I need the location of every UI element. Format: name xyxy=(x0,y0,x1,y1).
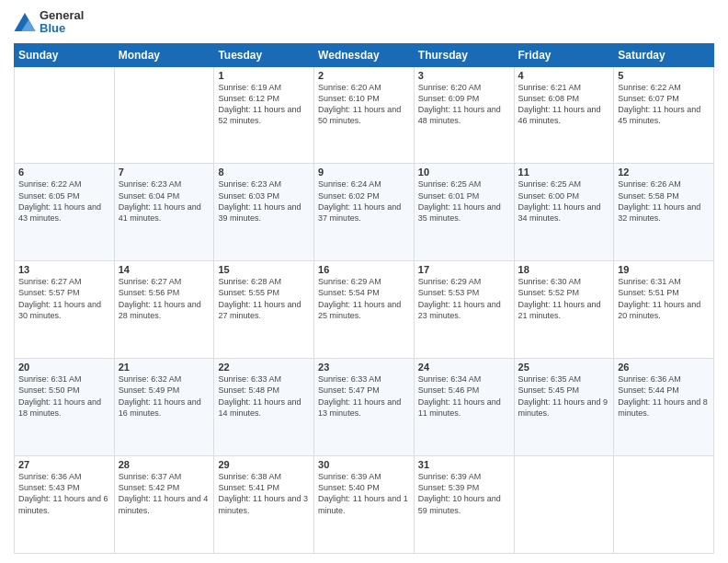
day-info: Sunrise: 6:33 AM Sunset: 5:48 PM Dayligh… xyxy=(218,373,310,419)
day-info: Sunrise: 6:19 AM Sunset: 6:12 PM Dayligh… xyxy=(218,82,310,127)
day-number: 6 xyxy=(18,167,110,178)
day-cell: 23Sunrise: 6:33 AM Sunset: 5:47 PM Dayli… xyxy=(314,359,415,456)
day-info: Sunrise: 6:37 AM Sunset: 5:42 PM Dayligh… xyxy=(119,471,210,516)
day-info: Sunrise: 6:36 AM Sunset: 5:43 PM Dayligh… xyxy=(18,471,110,516)
day-number: 24 xyxy=(418,362,510,373)
day-cell xyxy=(114,66,214,164)
day-info: Sunrise: 6:34 AM Sunset: 5:46 PM Dayligh… xyxy=(418,373,510,419)
day-info: Sunrise: 6:20 AM Sunset: 6:09 PM Dayligh… xyxy=(418,82,510,127)
header-tuesday: Tuesday xyxy=(214,43,314,66)
day-cell: 20Sunrise: 6:31 AM Sunset: 5:50 PM Dayli… xyxy=(15,359,115,456)
day-cell: 2Sunrise: 6:20 AM Sunset: 6:10 PM Daylig… xyxy=(314,66,415,164)
day-number: 23 xyxy=(318,362,410,373)
day-cell: 10Sunrise: 6:25 AM Sunset: 6:01 PM Dayli… xyxy=(414,164,514,261)
day-info: Sunrise: 6:23 AM Sunset: 6:03 PM Dayligh… xyxy=(218,178,310,224)
day-info: Sunrise: 6:28 AM Sunset: 5:55 PM Dayligh… xyxy=(218,276,310,321)
day-number: 12 xyxy=(618,167,710,178)
day-number: 20 xyxy=(18,362,110,373)
day-number: 2 xyxy=(318,70,410,81)
header-sunday: Sunday xyxy=(15,43,115,66)
day-number: 18 xyxy=(518,264,610,275)
day-number: 9 xyxy=(318,167,410,178)
day-cell xyxy=(15,66,115,164)
day-cell: 19Sunrise: 6:31 AM Sunset: 5:51 PM Dayli… xyxy=(614,261,714,359)
header-friday: Friday xyxy=(514,43,614,66)
week-row-1: 1Sunrise: 6:19 AM Sunset: 6:12 PM Daylig… xyxy=(15,66,714,164)
day-cell: 25Sunrise: 6:35 AM Sunset: 5:45 PM Dayli… xyxy=(514,359,614,456)
day-number: 4 xyxy=(518,70,610,81)
day-number: 14 xyxy=(119,264,210,275)
day-number: 15 xyxy=(218,264,310,275)
logo: General Blue xyxy=(14,9,84,36)
day-number: 13 xyxy=(18,264,110,275)
day-info: Sunrise: 6:22 AM Sunset: 6:05 PM Dayligh… xyxy=(18,178,110,224)
day-cell: 9Sunrise: 6:24 AM Sunset: 6:02 PM Daylig… xyxy=(314,164,415,261)
day-cell: 15Sunrise: 6:28 AM Sunset: 5:55 PM Dayli… xyxy=(214,261,314,359)
day-cell: 17Sunrise: 6:29 AM Sunset: 5:53 PM Dayli… xyxy=(414,261,514,359)
day-number: 5 xyxy=(618,70,710,81)
day-info: Sunrise: 6:27 AM Sunset: 5:56 PM Dayligh… xyxy=(119,276,210,321)
day-number: 29 xyxy=(218,459,310,470)
header-thursday: Thursday xyxy=(414,43,514,66)
day-info: Sunrise: 6:31 AM Sunset: 5:51 PM Dayligh… xyxy=(618,276,710,321)
day-cell: 11Sunrise: 6:25 AM Sunset: 6:00 PM Dayli… xyxy=(514,164,614,261)
day-cell: 21Sunrise: 6:32 AM Sunset: 5:49 PM Dayli… xyxy=(114,359,214,456)
week-row-4: 20Sunrise: 6:31 AM Sunset: 5:50 PM Dayli… xyxy=(15,359,714,456)
page: General Blue SundayMondayTuesdayWednesda… xyxy=(0,0,728,563)
day-number: 31 xyxy=(418,459,510,470)
day-number: 11 xyxy=(518,167,610,178)
day-cell: 4Sunrise: 6:21 AM Sunset: 6:08 PM Daylig… xyxy=(514,66,614,164)
header-saturday: Saturday xyxy=(614,43,714,66)
day-info: Sunrise: 6:27 AM Sunset: 5:57 PM Dayligh… xyxy=(18,276,110,321)
day-number: 26 xyxy=(618,362,710,373)
day-number: 30 xyxy=(318,459,410,470)
day-info: Sunrise: 6:23 AM Sunset: 6:04 PM Dayligh… xyxy=(119,178,210,224)
week-row-2: 6Sunrise: 6:22 AM Sunset: 6:05 PM Daylig… xyxy=(15,164,714,261)
day-number: 21 xyxy=(119,362,210,373)
day-cell: 16Sunrise: 6:29 AM Sunset: 5:54 PM Dayli… xyxy=(314,261,415,359)
day-number: 17 xyxy=(418,264,510,275)
day-number: 28 xyxy=(119,459,210,470)
day-cell xyxy=(514,456,614,554)
day-info: Sunrise: 6:29 AM Sunset: 5:53 PM Dayligh… xyxy=(418,276,510,321)
day-info: Sunrise: 6:26 AM Sunset: 5:58 PM Dayligh… xyxy=(618,178,710,224)
day-info: Sunrise: 6:24 AM Sunset: 6:02 PM Dayligh… xyxy=(318,178,410,224)
day-cell: 28Sunrise: 6:37 AM Sunset: 5:42 PM Dayli… xyxy=(114,456,214,554)
header-monday: Monday xyxy=(114,43,214,66)
logo-icon xyxy=(14,13,36,31)
day-cell: 13Sunrise: 6:27 AM Sunset: 5:57 PM Dayli… xyxy=(15,261,115,359)
day-cell: 7Sunrise: 6:23 AM Sunset: 6:04 PM Daylig… xyxy=(114,164,214,261)
calendar-header-row: SundayMondayTuesdayWednesdayThursdayFrid… xyxy=(15,43,714,66)
day-cell: 22Sunrise: 6:33 AM Sunset: 5:48 PM Dayli… xyxy=(214,359,314,456)
day-info: Sunrise: 6:39 AM Sunset: 5:40 PM Dayligh… xyxy=(318,471,410,516)
day-info: Sunrise: 6:39 AM Sunset: 5:39 PM Dayligh… xyxy=(418,471,510,516)
day-info: Sunrise: 6:32 AM Sunset: 5:49 PM Dayligh… xyxy=(119,373,210,419)
day-number: 7 xyxy=(119,167,210,178)
day-info: Sunrise: 6:38 AM Sunset: 5:41 PM Dayligh… xyxy=(218,471,310,516)
day-cell: 31Sunrise: 6:39 AM Sunset: 5:39 PM Dayli… xyxy=(414,456,514,554)
day-number: 8 xyxy=(218,167,310,178)
day-cell: 12Sunrise: 6:26 AM Sunset: 5:58 PM Dayli… xyxy=(614,164,714,261)
day-cell: 30Sunrise: 6:39 AM Sunset: 5:40 PM Dayli… xyxy=(314,456,415,554)
day-number: 3 xyxy=(418,70,510,81)
day-info: Sunrise: 6:25 AM Sunset: 6:01 PM Dayligh… xyxy=(418,178,510,224)
day-info: Sunrise: 6:36 AM Sunset: 5:44 PM Dayligh… xyxy=(618,373,710,419)
day-cell: 3Sunrise: 6:20 AM Sunset: 6:09 PM Daylig… xyxy=(414,66,514,164)
day-number: 27 xyxy=(18,459,110,470)
day-cell: 26Sunrise: 6:36 AM Sunset: 5:44 PM Dayli… xyxy=(614,359,714,456)
header-wednesday: Wednesday xyxy=(314,43,415,66)
day-number: 10 xyxy=(418,167,510,178)
day-info: Sunrise: 6:30 AM Sunset: 5:52 PM Dayligh… xyxy=(518,276,610,321)
day-number: 1 xyxy=(218,70,310,81)
day-cell: 5Sunrise: 6:22 AM Sunset: 6:07 PM Daylig… xyxy=(614,66,714,164)
week-row-5: 27Sunrise: 6:36 AM Sunset: 5:43 PM Dayli… xyxy=(15,456,714,554)
day-info: Sunrise: 6:25 AM Sunset: 6:00 PM Dayligh… xyxy=(518,178,610,224)
day-cell: 1Sunrise: 6:19 AM Sunset: 6:12 PM Daylig… xyxy=(214,66,314,164)
day-number: 19 xyxy=(618,264,710,275)
header: General Blue xyxy=(14,9,714,36)
day-cell xyxy=(614,456,714,554)
logo-text: General Blue xyxy=(40,9,84,36)
day-cell: 8Sunrise: 6:23 AM Sunset: 6:03 PM Daylig… xyxy=(214,164,314,261)
calendar-table: SundayMondayTuesdayWednesdayThursdayFrid… xyxy=(14,43,714,554)
day-cell: 29Sunrise: 6:38 AM Sunset: 5:41 PM Dayli… xyxy=(214,456,314,554)
